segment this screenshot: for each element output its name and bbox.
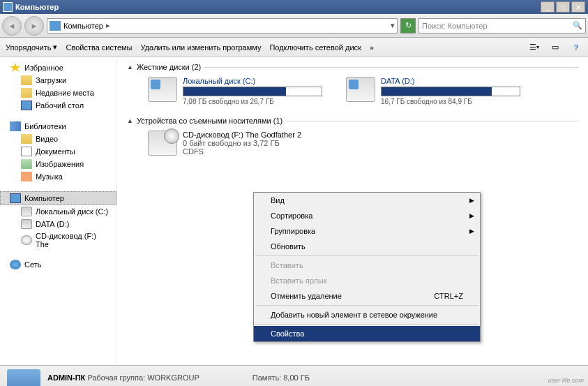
address-bar[interactable]: Компьютер ▸ ▾ xyxy=(47,18,398,34)
sidebar-music[interactable]: Музыка xyxy=(0,170,116,183)
ctx-undo[interactable]: Отменить удалениеCTRL+Z xyxy=(254,288,480,304)
cd-free: 0 байт свободно из 3,72 ГБ xyxy=(183,139,301,147)
sidebar-favorites[interactable]: Избранное xyxy=(0,61,116,74)
computer-icon xyxy=(10,193,21,203)
drive-free-text: 7,08 ГБ свободно из 26,7 ГБ xyxy=(183,98,329,105)
usage-bar xyxy=(381,87,520,96)
context-menu: Вид▶ Сортировка▶ Группировка▶ Обновить В… xyxy=(253,192,481,342)
collapse-icon: ▲ xyxy=(127,64,133,70)
cd-drive-icon xyxy=(148,131,177,156)
drive-free-text: 16,7 ГБ свободно из 84,9 ГБ xyxy=(381,98,527,105)
breadcrumb[interactable]: Компьютер xyxy=(63,22,103,30)
ctx-paste-shortcut: Вставить ярлык xyxy=(254,273,480,288)
sidebar-downloads[interactable]: Загрузки xyxy=(0,74,116,87)
drive-name: DATA (D:) xyxy=(381,77,527,85)
folder-icon xyxy=(21,75,32,85)
status-bar: ADMIN-ПК Рабочая группа: WORKGROUP Памят… xyxy=(0,365,588,386)
video-icon xyxy=(21,134,32,144)
more-chevron[interactable]: » xyxy=(370,43,374,52)
star-icon xyxy=(10,63,21,73)
back-button[interactable]: ◄ xyxy=(2,16,22,36)
cd-name: CD-дисковод (F:) The Godfather 2 xyxy=(183,131,301,139)
search-input[interactable]: Поиск: Компьютер 🔍 xyxy=(419,18,586,34)
maximize-button[interactable]: □ xyxy=(556,1,570,13)
ctx-properties[interactable]: Свойства xyxy=(254,326,480,341)
sidebar-documents[interactable]: Документы xyxy=(0,145,116,158)
sidebar-pictures[interactable]: Изображения xyxy=(0,158,116,170)
help-icon[interactable]: ? xyxy=(570,41,582,54)
computer-icon xyxy=(7,369,40,387)
sidebar-libraries[interactable]: Библиотеки xyxy=(0,120,116,133)
nav-toolbar: ◄ ► Компьютер ▸ ▾ ↻ Поиск: Компьютер 🔍 xyxy=(0,14,588,38)
map-drive-button[interactable]: Подключить сетевой диск xyxy=(269,43,361,52)
uninstall-button[interactable]: Удалить или изменить программу xyxy=(140,43,261,52)
sidebar-network[interactable]: Сеть xyxy=(0,258,116,271)
pc-name: ADMIN-ПК xyxy=(47,373,85,382)
chevron-down-icon[interactable]: ▸ xyxy=(106,21,110,30)
sidebar-video[interactable]: Видео xyxy=(0,133,116,145)
minimize-button[interactable]: _ xyxy=(541,1,555,13)
drive-name: Локальный диск (C:) xyxy=(183,77,329,85)
sidebar-desktop[interactable]: Рабочий стол xyxy=(0,99,116,112)
drive-c[interactable]: Локальный диск (C:) 7,08 ГБ свободно из … xyxy=(148,77,329,105)
sidebar-data-d[interactable]: DATA (D:) xyxy=(0,218,116,230)
search-placeholder: Поиск: Компьютер xyxy=(422,22,488,30)
system-properties-button[interactable]: Свойства системы xyxy=(66,43,132,52)
chevron-down-icon[interactable]: ▾ xyxy=(391,21,395,30)
music-icon xyxy=(21,172,32,181)
usage-bar xyxy=(183,87,322,96)
computer-icon xyxy=(3,2,13,12)
close-button[interactable]: ✕ xyxy=(571,1,585,13)
ctx-group[interactable]: Группировка▶ xyxy=(254,223,480,239)
ctx-paste: Вставить xyxy=(254,258,480,273)
drive-icon xyxy=(21,207,32,216)
refresh-button[interactable]: ↻ xyxy=(400,18,416,34)
view-options-icon[interactable]: ☰ ▾ xyxy=(528,41,541,54)
separator xyxy=(255,324,478,325)
separator xyxy=(255,305,478,306)
folder-icon xyxy=(21,88,32,98)
preview-pane-icon[interactable]: ▭ xyxy=(549,41,561,54)
sidebar-cd-f[interactable]: CD-дисковод (F:) The xyxy=(0,230,116,250)
organize-menu[interactable]: Упорядочить ▾ xyxy=(6,43,57,52)
hdd-group-header[interactable]: ▲ Жесткие диски (2) xyxy=(127,63,578,71)
computer-icon xyxy=(50,21,61,31)
desktop-icon xyxy=(21,101,32,110)
nav-sidebar: Избранное Загрузки Недавние места Рабочи… xyxy=(0,57,117,365)
sidebar-recent[interactable]: Недавние места xyxy=(0,87,116,99)
drive-icon xyxy=(148,77,177,102)
sidebar-computer[interactable]: Компьютер xyxy=(0,191,116,205)
separator xyxy=(255,255,478,256)
libraries-icon xyxy=(10,121,21,131)
documents-icon xyxy=(21,147,32,156)
disc-icon xyxy=(21,235,32,245)
ctx-refresh[interactable]: Обновить xyxy=(254,239,480,254)
pictures-icon xyxy=(21,159,32,169)
watermark: user-life.com xyxy=(548,377,584,384)
collapse-icon: ▲ xyxy=(127,117,133,124)
sidebar-local-c[interactable]: Локальный диск (C:) xyxy=(0,205,116,218)
chevron-right-icon: ▶ xyxy=(469,212,474,219)
network-icon xyxy=(10,260,21,269)
drive-icon xyxy=(21,219,32,229)
titlebar: Компьютер _ □ ✕ xyxy=(0,0,588,14)
forward-button[interactable]: ► xyxy=(24,16,44,36)
chevron-down-icon: ▾ xyxy=(53,43,57,52)
chevron-right-icon: ▶ xyxy=(469,228,474,235)
cd-fs: CDFS xyxy=(183,147,301,156)
drive-d[interactable]: DATA (D:) 16,7 ГБ свободно из 84,9 ГБ xyxy=(346,77,527,105)
ctx-add-network[interactable]: Добавить новый элемент в сетевое окружен… xyxy=(254,307,480,322)
ctx-sort[interactable]: Сортировка▶ xyxy=(254,208,480,223)
window-title: Компьютер xyxy=(15,3,541,11)
removable-group-header[interactable]: ▲ Устройства со съемными носителями (1) xyxy=(127,117,578,125)
drive-icon xyxy=(346,77,375,102)
ctx-view[interactable]: Вид▶ xyxy=(254,193,480,208)
cd-drive[interactable]: CD-дисковод (F:) The Godfather 2 0 байт … xyxy=(148,131,578,156)
chevron-right-icon: ▶ xyxy=(469,197,474,204)
window-controls: _ □ ✕ xyxy=(541,1,585,13)
search-icon: 🔍 xyxy=(573,21,582,30)
command-toolbar: Упорядочить ▾ Свойства системы Удалить и… xyxy=(0,38,588,57)
